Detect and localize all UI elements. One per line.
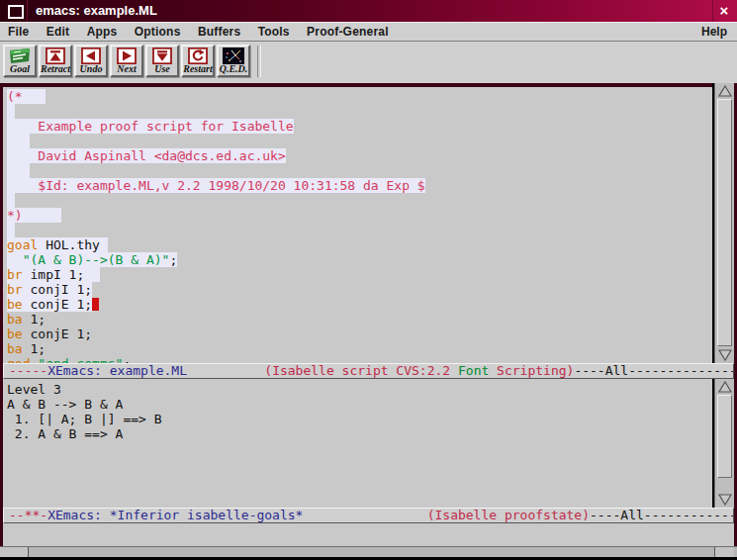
script-scrollbar[interactable] [714, 83, 734, 363]
scroll-up-icon[interactable] [717, 380, 733, 394]
horizontal-scrollbar[interactable] [0, 546, 737, 557]
code-token [7, 134, 30, 148]
line-content [7, 223, 15, 237]
code-token: ba [7, 341, 23, 356]
script-line[interactable]: br impI 1; [3, 267, 712, 282]
code-token: br [7, 267, 23, 282]
scrollbar-thumb[interactable] [717, 99, 732, 346]
use-icon [151, 47, 173, 64]
code-token: conjI 1; [23, 282, 92, 297]
script-line[interactable]: "(A & B)-->(B & A)"; [3, 252, 712, 267]
goals-scrollbar[interactable] [714, 379, 734, 508]
minibuffer[interactable] [3, 523, 734, 546]
goals-line: Level 3 [7, 382, 712, 397]
script-line[interactable]: ba 1; [3, 312, 712, 327]
modeline-token [187, 363, 264, 378]
next-button[interactable]: Next [110, 45, 143, 77]
menubar: File Edit Apps Options Buffers Tools Pro… [0, 22, 737, 42]
titlebar[interactable]: emacs: example.ML × [0, 0, 737, 22]
use-button[interactable]: Use [145, 45, 179, 77]
script-line[interactable] [3, 104, 712, 119]
script-modeline[interactable]: -----XEmacs: example.ML (Isabelle script… [3, 363, 734, 379]
script-line[interactable]: David Aspinall <da@dcs.ed.ac.uk> [3, 148, 712, 163]
script-line[interactable]: $Id: example.ML,v 2.2 1998/10/20 10:31:5… [3, 178, 712, 193]
goals-buffer[interactable]: Level 3A & B --> B & A 1. [| A; B |] ==>… [3, 379, 712, 508]
menu-help[interactable]: Help [701, 23, 727, 41]
scroll-up-icon[interactable] [717, 84, 733, 98]
qed-button[interactable]: Q.E.D. [217, 45, 250, 77]
menu-buffers[interactable]: Buffers [198, 23, 240, 41]
script-line[interactable]: qed "and_comms"; [3, 356, 712, 363]
line-content: goal HOL.thy [7, 237, 108, 252]
scroll-down-icon[interactable] [717, 348, 733, 362]
hscroll-left-segment[interactable] [0, 547, 29, 557]
qed-button-label: Q.E.D. [219, 64, 248, 74]
proof-general-toolbar: Goal Retract Undo Next [0, 42, 737, 83]
code-token [7, 252, 23, 267]
script-line[interactable]: *) [3, 208, 712, 223]
code-token: ; [123, 356, 131, 363]
modeline-token: (Isabelle proofstate) [427, 508, 590, 522]
undo-button[interactable]: Undo [74, 45, 108, 77]
scroll-down-icon[interactable] [717, 493, 733, 507]
code-token: David Aspinall <da@dcs.ed.ac.uk> [7, 148, 286, 163]
goals-modeline[interactable]: --**-XEmacs: *Inferior isabelle-goals* (… [3, 508, 734, 523]
script-line[interactable]: be conjE 1; [3, 297, 712, 312]
menu-proof-general[interactable]: Proof-General [307, 23, 389, 41]
line-content: qed "and_comms"; [7, 356, 131, 363]
script-line[interactable]: (* [3, 89, 712, 104]
line-content: br conjI 1; [7, 282, 92, 297]
code-token: goal [7, 237, 38, 252]
restart-button[interactable]: Restart [181, 45, 215, 77]
menu-file[interactable]: File [8, 23, 29, 41]
code-token: br [7, 282, 23, 297]
close-button[interactable]: × [712, 0, 735, 22]
code-token: 1; [23, 341, 46, 356]
restart-button-label: Restart [183, 64, 213, 74]
retract-button[interactable]: Retract [39, 45, 72, 77]
menu-apps[interactable]: Apps [87, 23, 118, 41]
modeline-token: --**- [9, 508, 47, 522]
script-line[interactable] [3, 193, 712, 208]
code-token: "and_comms" [38, 356, 123, 363]
titlebar-divider [27, 0, 28, 22]
retract-icon [45, 47, 66, 64]
use-button-label: Use [147, 64, 177, 74]
goal-button[interactable]: Goal [3, 45, 37, 77]
script-line[interactable] [3, 163, 712, 178]
menu-tools[interactable]: Tools [258, 23, 290, 41]
menu-options[interactable]: Options [135, 23, 181, 41]
script-line[interactable] [3, 223, 712, 237]
code-token: be [7, 297, 23, 312]
modeline-token: ----- [9, 363, 47, 378]
line-content: "(A & B)-->(B & A)"; [7, 252, 177, 267]
restart-icon [187, 47, 209, 64]
script-line[interactable]: be conjE 1; [3, 327, 712, 341]
hscroll-right-segment[interactable] [714, 547, 734, 557]
modeline-token: ----All---------------- [590, 508, 734, 522]
script-buffer[interactable]: (* Example proof script for Isabelle Dav… [3, 87, 712, 363]
script-line[interactable] [3, 134, 712, 148]
code-token: Example proof script for Isabelle [7, 119, 294, 134]
undo-button-label: Undo [76, 64, 106, 74]
window-menu-icon[interactable] [8, 5, 24, 19]
goals-line: A & B --> B & A [7, 397, 712, 412]
window-title: emacs: example.ML [36, 0, 157, 22]
script-line[interactable]: Example proof script for Isabelle [3, 119, 712, 134]
line-content: Example proof script for Isabelle [7, 119, 294, 134]
xemacs-window: emacs: example.ML × File Edit Apps Optio… [0, 0, 737, 558]
script-line[interactable]: ba 1; [3, 341, 712, 356]
code-token [7, 193, 15, 208]
scrollbar-thumb[interactable] [717, 395, 732, 478]
code-token: be [7, 327, 23, 341]
script-line[interactable]: br conjI 1; [3, 282, 712, 297]
script-line[interactable]: goal HOL.thy [3, 237, 712, 252]
code-token [7, 223, 15, 237]
modeline-token [303, 508, 426, 522]
line-content: (* [7, 89, 46, 104]
menu-edit[interactable]: Edit [46, 23, 69, 41]
modeline-token: ----All-------------- [574, 363, 734, 378]
code-token: $Id: example.ML,v 2.2 1998/10/20 10:31:5… [7, 178, 425, 193]
line-content: David Aspinall <da@dcs.ed.ac.uk> [7, 148, 286, 163]
code-token: HOL.thy [38, 237, 107, 252]
